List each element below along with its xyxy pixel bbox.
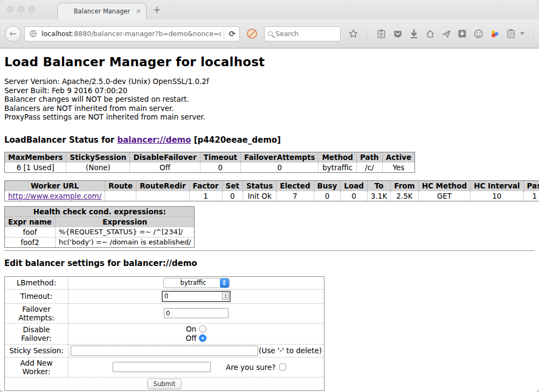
table-cell: Off bbox=[130, 162, 200, 172]
table-row: 6 [1 Used](None)Off00bytraffic/c/Yes bbox=[5, 162, 415, 172]
sticky-session-note: (Use '-' to delete) bbox=[259, 346, 322, 355]
server-built-line: Server Built: Feb 9 2016 07:00:20 bbox=[4, 86, 535, 95]
page-title: Load Balancer Manager for localhost bbox=[4, 48, 535, 69]
submit-button[interactable]: Submit bbox=[147, 379, 182, 389]
confirm-label: Are you sure? bbox=[226, 363, 276, 372]
url-bar[interactable]: localhost:8880/balancer-manager?b=demo&n… bbox=[24, 26, 240, 41]
status-heading-prefix: LoadBalancer Status for bbox=[4, 135, 117, 145]
table-cell: foof bbox=[5, 227, 56, 237]
notes-list-addon-icon[interactable] bbox=[506, 29, 516, 39]
tab-close-icon[interactable]: × bbox=[136, 8, 141, 15]
proxypass-note-line: ProxyPass settings are NOT inherited fro… bbox=[4, 113, 535, 122]
minimize-window-button[interactable] bbox=[18, 6, 24, 12]
section-divider bbox=[4, 250, 535, 251]
failover-attempts-input[interactable] bbox=[164, 308, 229, 318]
table-cell: (None) bbox=[66, 162, 130, 172]
table-cell: hc('body') =~ /domain is established/ bbox=[55, 237, 195, 247]
persist-note-line: Balancer changes will NOT be persisted o… bbox=[4, 95, 535, 104]
column-header: RouteRedir bbox=[136, 180, 189, 191]
column-header: Busy bbox=[314, 180, 341, 191]
search-icon bbox=[268, 31, 273, 36]
page-content: Load Balancer Manager for localhost Serv… bbox=[0, 48, 539, 392]
send-tab-icon[interactable] bbox=[441, 29, 451, 39]
site-identity-globe-icon[interactable] bbox=[28, 29, 38, 39]
table-cell: Init Ok bbox=[243, 191, 276, 201]
column-header: HC Interval bbox=[471, 180, 523, 191]
column-header: Worker URL bbox=[5, 180, 105, 191]
close-window-button[interactable] bbox=[7, 6, 13, 12]
radio-on-label: On bbox=[186, 325, 196, 333]
status-heading-suffix: [p4420eeae_demo] bbox=[191, 135, 281, 145]
url-text[interactable]: localhost:8880/balancer-manager?b=demo&n… bbox=[42, 30, 221, 38]
server-version-line: Server Version: Apache/2.5.0-dev (Unix) … bbox=[4, 77, 535, 86]
sticky-session-input[interactable] bbox=[71, 346, 258, 356]
search-input[interactable] bbox=[275, 30, 337, 38]
column-header: Active bbox=[382, 152, 415, 162]
content-blocked-icon[interactable] bbox=[247, 29, 257, 39]
colored-dots-addon-icon[interactable] bbox=[489, 29, 500, 39]
number-spinner-icon[interactable] bbox=[222, 292, 229, 300]
window-controls bbox=[7, 6, 35, 12]
worker-status-table: Worker URLRouteRouteRedirFactorSetStatus… bbox=[4, 180, 539, 201]
sticky-session-cell: (Use '-' to delete) bbox=[68, 344, 324, 357]
timeout-input[interactable] bbox=[162, 291, 231, 302]
column-header: Factor bbox=[189, 180, 222, 191]
zoom-window-button[interactable] bbox=[29, 6, 35, 12]
failover-on-radio[interactable] bbox=[199, 325, 206, 333]
table-cell: 2.5K bbox=[391, 191, 418, 201]
bookmark-star-icon[interactable] bbox=[348, 29, 358, 39]
column-header: DisableFailover bbox=[130, 152, 200, 162]
toolbar-divider-2 bbox=[533, 29, 534, 39]
toolbar-divider bbox=[367, 29, 368, 39]
overflow-caret-icon[interactable] bbox=[520, 32, 524, 35]
browser-tab[interactable]: Balancer Manager × bbox=[57, 3, 147, 19]
worker-url-link[interactable]: http://www.example.com/ bbox=[8, 192, 101, 200]
add-worker-row: Add New Worker: Are you sure? bbox=[5, 357, 324, 377]
table-cell: bytraffic bbox=[319, 162, 357, 172]
health-table-title-row: Health check cond. expressions: bbox=[5, 206, 195, 216]
pocket-icon[interactable] bbox=[392, 29, 403, 39]
table-cell: 0 bbox=[222, 191, 243, 201]
column-header: To bbox=[367, 180, 390, 191]
column-header: Expr name bbox=[5, 216, 56, 227]
chat-smiley-icon[interactable] bbox=[473, 29, 483, 39]
table-cell: Yes bbox=[382, 162, 415, 172]
column-header: Route bbox=[105, 180, 136, 191]
reload-icon[interactable]: ⟳ bbox=[227, 29, 237, 39]
table-cell: 0 bbox=[200, 162, 240, 172]
downloads-icon[interactable] bbox=[409, 29, 419, 39]
edit-settings-heading: Edit balancer settings for balancer://de… bbox=[4, 258, 535, 268]
failover-attempts-cell bbox=[68, 303, 324, 323]
home-icon[interactable] bbox=[425, 29, 435, 39]
table-cell: 1 (0) bbox=[523, 191, 539, 201]
health-table-title: Health check cond. expressions: bbox=[5, 206, 195, 216]
failover-off-radio[interactable] bbox=[199, 334, 206, 342]
confirm-checkbox[interactable] bbox=[279, 363, 286, 370]
column-header: HC Method bbox=[418, 180, 471, 191]
column-header: Timeout bbox=[200, 152, 240, 162]
toolbar-icons bbox=[348, 29, 539, 39]
sticky-session-row: Sticky Session: (Use '-' to delete) bbox=[5, 344, 324, 357]
table-header-row: Worker URLRouteRouteRedirFactorSetStatus… bbox=[5, 180, 539, 191]
table-cell: 7 bbox=[277, 191, 314, 201]
health-check-table: Health check cond. expressions: Expr nam… bbox=[4, 206, 195, 248]
reading-list-icon[interactable] bbox=[376, 29, 386, 39]
disable-failover-label: Disable Failover: bbox=[5, 323, 68, 344]
table-cell: 0 bbox=[314, 191, 341, 201]
column-header: Method bbox=[319, 152, 357, 162]
health-table-header-row: Expr name Expression bbox=[5, 216, 195, 227]
add-worker-input[interactable] bbox=[113, 362, 211, 372]
timeout-cell bbox=[68, 289, 324, 303]
timeout-label: Timeout: bbox=[5, 289, 68, 303]
tab-bar: Balancer Manager × + bbox=[0, 0, 539, 19]
column-header: StickySession bbox=[66, 152, 130, 162]
lbmethod-select[interactable]: bytraffic bbox=[163, 278, 230, 288]
search-bar[interactable] bbox=[264, 26, 341, 41]
download-panel-icon[interactable] bbox=[457, 29, 467, 39]
new-tab-button[interactable]: + bbox=[153, 4, 161, 15]
back-button[interactable]: ← bbox=[5, 26, 21, 42]
balancer-demo-link[interactable]: balancer://demo bbox=[117, 135, 191, 145]
tab-title: Balancer Manager bbox=[74, 8, 130, 15]
table-cell: 0 bbox=[341, 191, 368, 201]
lbmethod-selected-value: bytraffic bbox=[164, 279, 220, 286]
